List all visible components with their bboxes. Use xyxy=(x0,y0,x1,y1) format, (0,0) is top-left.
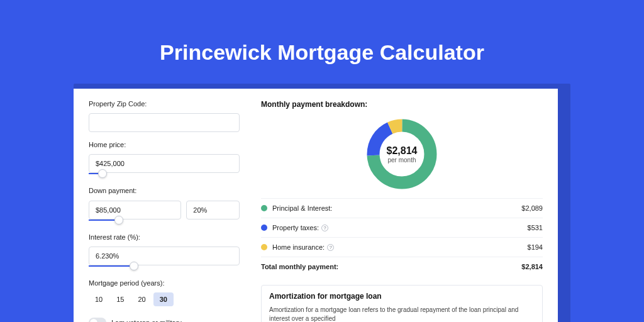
zip-input[interactable] xyxy=(89,113,240,132)
period-tab-10[interactable]: 10 xyxy=(89,292,109,306)
period-tab-15[interactable]: 15 xyxy=(110,292,130,306)
veteran-row: I am veteran or military xyxy=(89,318,240,322)
amortization-text: Amortization for a mortgage loan refers … xyxy=(269,306,535,322)
legend-value: $2,089 xyxy=(521,204,543,212)
dot-icon xyxy=(261,244,267,250)
inputs-column: Property Zip Code: Home price: Down paym… xyxy=(89,100,240,322)
dot-icon xyxy=(261,205,267,211)
legend-row-insurance: Home insurance: ? $194 xyxy=(261,238,543,257)
period-tab-30[interactable]: 30 xyxy=(153,292,174,306)
info-icon[interactable]: ? xyxy=(321,225,328,231)
dot-icon xyxy=(261,225,267,231)
legend-row-taxes: Property taxes: ? $531 xyxy=(261,218,543,238)
zip-label: Property Zip Code: xyxy=(89,100,240,108)
veteran-label: I am veteran or military xyxy=(111,319,182,322)
interest-slider[interactable] xyxy=(89,264,240,270)
period-label: Mortgage period (years): xyxy=(89,279,240,287)
interest-label: Interest rate (%): xyxy=(89,233,240,242)
amortization-box: Amortization for mortgage loan Amortizat… xyxy=(261,285,543,322)
interest-group: Interest rate (%): xyxy=(89,233,240,270)
donut-amount: $2,814 xyxy=(387,145,418,157)
calculator-card: Property Zip Code: Home price: Down paym… xyxy=(74,89,558,322)
donut-sub: per month xyxy=(387,157,416,164)
down-payment-label: Down payment: xyxy=(89,187,240,195)
down-payment-slider[interactable] xyxy=(89,218,240,225)
total-value: $2,814 xyxy=(521,263,543,270)
toggle-knob-icon xyxy=(90,319,97,322)
slider-handle-icon[interactable] xyxy=(98,169,107,178)
legend-row-principal: Principal & Interest: $2,089 xyxy=(261,199,543,218)
interest-input[interactable] xyxy=(89,247,240,265)
legend-label: Home insurance: xyxy=(272,243,325,251)
home-price-slider[interactable] xyxy=(89,172,240,178)
amortization-title: Amortization for mortgage loan xyxy=(269,292,535,301)
slider-handle-icon[interactable] xyxy=(130,262,138,270)
breakdown-title: Monthly payment breakdown: xyxy=(261,100,543,109)
zip-field-group: Property Zip Code: xyxy=(89,100,240,132)
card-shadow: Property Zip Code: Home price: Down paym… xyxy=(74,84,570,322)
legend-value: $531 xyxy=(528,224,543,231)
home-price-group: Home price: xyxy=(89,141,240,178)
veteran-toggle[interactable] xyxy=(89,318,106,322)
info-icon[interactable]: ? xyxy=(327,244,334,251)
down-payment-input[interactable] xyxy=(89,201,181,219)
donut-center: $2,814 per month xyxy=(364,116,440,192)
legend-label: Property taxes: xyxy=(272,224,319,231)
legend: Principal & Interest: $2,089 Property ta… xyxy=(261,198,543,276)
breakdown-column: Monthly payment breakdown: $2,814 per mo… xyxy=(261,100,543,322)
legend-label: Principal & Interest: xyxy=(272,204,332,212)
legend-value: $194 xyxy=(528,243,543,251)
page-title: Princewick Mortgage Calculator xyxy=(0,0,644,84)
legend-row-total: Total monthly payment: $2,814 xyxy=(261,257,543,276)
period-tabs: 10 15 20 30 xyxy=(89,292,240,306)
total-label: Total monthly payment: xyxy=(261,263,338,270)
period-group: Mortgage period (years): 10 15 20 30 xyxy=(89,279,240,306)
down-payment-pct-input[interactable] xyxy=(186,201,240,219)
period-tab-20[interactable]: 20 xyxy=(132,292,152,306)
slider-handle-icon[interactable] xyxy=(114,216,123,225)
home-price-label: Home price: xyxy=(89,141,240,149)
down-payment-group: Down payment: xyxy=(89,187,240,224)
donut-chart: $2,814 per month xyxy=(261,113,543,198)
home-price-input[interactable] xyxy=(89,154,240,173)
